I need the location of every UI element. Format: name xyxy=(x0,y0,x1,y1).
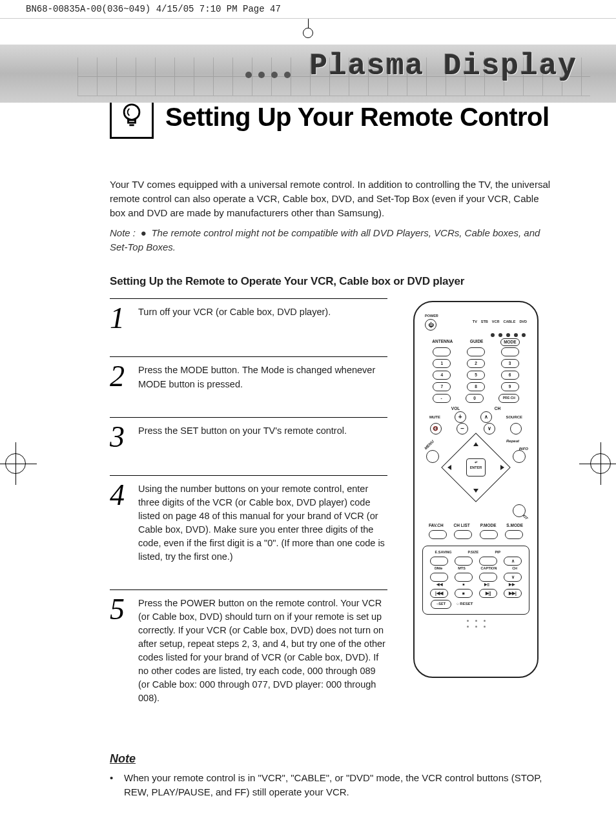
power-icon: ⏻ xyxy=(425,319,436,331)
steps-list: 1 Turn off your VCR (or Cable box, DVD p… xyxy=(110,298,387,730)
note-body: When your remote control is in "VCR", "C… xyxy=(124,771,551,799)
step-text: Press the POWER button on the remote con… xyxy=(138,597,387,705)
step-text: Press the SET button on your TV's remote… xyxy=(138,424,387,449)
note-heading: Note xyxy=(110,750,551,767)
page-title: Setting Up Your Remote Control xyxy=(165,103,549,132)
remote-diagram: POWER ⏻ TV STB VCR CABLE DVD xyxy=(413,301,539,678)
bullet-icon: • xyxy=(110,771,119,799)
page-number: 47 xyxy=(0,825,616,840)
banner: Plasma Display xyxy=(0,45,616,103)
crop-mark-right xyxy=(590,453,611,474)
menu-icon xyxy=(426,450,439,463)
step-text: Press the MODE button. The Mode is chang… xyxy=(138,364,387,391)
step-number: 2 xyxy=(110,364,132,391)
mute-icon: 🔇 xyxy=(430,423,442,435)
svg-point-0 xyxy=(124,105,139,120)
crop-mark-top xyxy=(0,19,616,45)
crop-mark-left xyxy=(5,453,26,474)
step-number: 4 xyxy=(110,482,132,564)
step-text: Using the number buttons on your remote … xyxy=(138,482,387,564)
note-section: Note • When your remote control is in "V… xyxy=(110,750,551,799)
step-1: 1 Turn off your VCR (or Cable box, DVD p… xyxy=(110,298,387,356)
lower-panel: E.SAVING P.SIZE PIP ∧ DNIe MTS CAPTION xyxy=(422,546,529,615)
step-number: 5 xyxy=(110,597,132,705)
stop-icon: ■ xyxy=(462,582,464,588)
info-icon xyxy=(513,450,526,463)
step-number: 1 xyxy=(110,305,132,331)
compat-note: Note : ● The remote control might not be… xyxy=(110,226,551,254)
intro-paragraph: Your TV comes equipped with a universal … xyxy=(110,178,551,220)
banner-title: Plasma Display xyxy=(310,50,577,83)
play-pause-icon: ▶|| xyxy=(484,582,489,588)
dpad-icon: ↵ENTER xyxy=(444,438,508,497)
step-2: 2 Press the MODE button. The Mode is cha… xyxy=(110,356,387,416)
print-header: BN68-00835A-00(036~049) 4/15/05 7:10 PM … xyxy=(0,0,616,19)
step-4: 4 Using the number buttons on your remot… xyxy=(110,475,387,589)
section-subhead: Setting Up the Remote to Operate Your VC… xyxy=(110,274,551,290)
step-3: 3 Press the SET button on your TV's remo… xyxy=(110,417,387,475)
step-number: 3 xyxy=(110,424,132,449)
rewind-icon: ◀◀ xyxy=(436,582,443,588)
fast-forward-icon: ▶▶ xyxy=(509,582,515,588)
step-5: 5 Press the POWER button on the remote c… xyxy=(110,589,387,731)
step-text: Turn off your VCR (or Cable box, DVD pla… xyxy=(138,305,387,331)
